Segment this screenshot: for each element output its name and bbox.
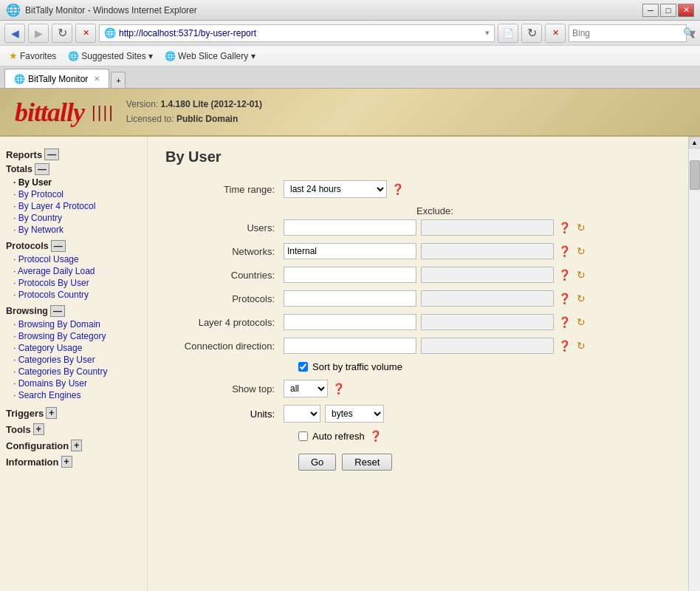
countries-refresh-icon[interactable]: ↻ bbox=[577, 269, 586, 281]
sidebar-item-categories-country[interactable]: · Categories By Country bbox=[6, 366, 141, 378]
sidebar-item-category-usage[interactable]: · Category Usage bbox=[6, 342, 141, 354]
active-tab[interactable]: 🌐 BitTally Monitor ✕ bbox=[4, 69, 109, 88]
config-header[interactable]: Configuration + bbox=[6, 440, 141, 451]
show-top-help-icon[interactable]: ❓ bbox=[332, 383, 345, 394]
ie-small-icon: 🌐 bbox=[104, 27, 116, 38]
sidebar-label-by-network: · By Network bbox=[13, 225, 64, 235]
connection-row: Connection direction: ❓ ↻ bbox=[165, 338, 670, 354]
triggers-header[interactable]: Triggers + bbox=[6, 407, 141, 419]
minimize-button[interactable]: ─ bbox=[642, 4, 659, 17]
reports-header[interactable]: Reports — bbox=[6, 148, 141, 160]
totals-label: Totals bbox=[6, 164, 32, 174]
maximize-button[interactable]: □ bbox=[660, 4, 676, 17]
sidebar-item-by-network[interactable]: · By Network bbox=[6, 224, 141, 236]
sidebar-item-browsing-category[interactable]: · Browsing By Category bbox=[6, 330, 141, 342]
new-tab-button[interactable]: + bbox=[111, 72, 126, 88]
sidebar-item-protocols-country[interactable]: · Protocols Country bbox=[6, 289, 141, 301]
tab-close-button[interactable]: ✕ bbox=[94, 75, 100, 83]
networks-exclude-input[interactable] bbox=[421, 243, 554, 259]
units-select[interactable]: bytes KB MB GB bbox=[325, 405, 384, 423]
back-button[interactable]: ◀ bbox=[4, 24, 25, 43]
sidebar-item-categories-user[interactable]: · Categories By User bbox=[6, 354, 141, 366]
sidebar-item-browsing-domain[interactable]: · Browsing By Domain bbox=[6, 318, 141, 330]
users-input[interactable] bbox=[284, 219, 416, 236]
protocols-header[interactable]: Protocols — bbox=[6, 240, 141, 252]
layer4-exclude-input[interactable] bbox=[421, 314, 554, 330]
protocols-input[interactable] bbox=[284, 290, 416, 307]
auto-refresh-help-icon[interactable]: ❓ bbox=[369, 430, 382, 442]
url-input[interactable] bbox=[119, 28, 485, 38]
sidebar-item-protocols-user[interactable]: · Protocols By User bbox=[6, 277, 141, 289]
show-top-select[interactable]: all 5 10 25 50 100 bbox=[284, 380, 328, 397]
sidebar-item-by-country[interactable]: · By Country bbox=[6, 212, 141, 224]
scroll-thumb[interactable] bbox=[690, 160, 700, 190]
layer4-input[interactable] bbox=[284, 314, 416, 330]
search-input[interactable] bbox=[572, 28, 683, 38]
favorites-button[interactable]: ★ Favorites bbox=[6, 49, 59, 62]
info-header[interactable]: Information + bbox=[6, 456, 141, 468]
users-exclude-input[interactable] bbox=[421, 219, 554, 236]
dropdown-arrow[interactable]: ▾ bbox=[485, 28, 490, 38]
layer4-label: Layer 4 protocols: bbox=[165, 317, 284, 328]
countries-help-icon[interactable]: ❓ bbox=[558, 269, 571, 281]
compat-view-button[interactable]: 📄 bbox=[498, 24, 518, 43]
protocols-exclude-input[interactable] bbox=[421, 290, 554, 307]
users-help-icon[interactable]: ❓ bbox=[558, 222, 571, 233]
scroll-up-button[interactable]: ▲ bbox=[689, 137, 701, 148]
sidebar-item-avg-daily[interactable]: · Average Daily Load bbox=[6, 265, 141, 277]
sidebar-item-search-engines[interactable]: · Search Engines bbox=[6, 389, 141, 401]
sidebar-item-protocol-usage[interactable]: · Protocol Usage bbox=[6, 253, 141, 265]
protocols-toggle-icon: — bbox=[51, 240, 66, 252]
protocols-inputs: ❓ ↻ bbox=[284, 290, 670, 307]
units-prefix-select[interactable] bbox=[284, 405, 320, 423]
networks-help-icon[interactable]: ❓ bbox=[558, 245, 571, 257]
networks-input[interactable] bbox=[284, 243, 416, 259]
refresh-button[interactable]: ↻ bbox=[52, 24, 72, 43]
connection-input[interactable] bbox=[284, 338, 416, 354]
protocols-help-icon[interactable]: ❓ bbox=[558, 293, 571, 304]
close-button[interactable]: ✕ bbox=[678, 4, 694, 17]
stop-button[interactable]: ✕ bbox=[75, 24, 96, 43]
users-refresh-icon[interactable]: ↻ bbox=[577, 222, 586, 233]
networks-refresh-icon[interactable]: ↻ bbox=[577, 245, 586, 257]
time-range-select[interactable]: last 24 hours last 7 days last 30 days c… bbox=[284, 180, 387, 198]
sidebar-item-domains-user[interactable]: · Domains By User bbox=[6, 378, 141, 389]
forward-button[interactable]: ▶ bbox=[28, 24, 49, 43]
sidebar-item-by-layer4[interactable]: · By Layer 4 Protocol bbox=[6, 200, 141, 212]
connection-exclude-input[interactable] bbox=[421, 338, 554, 354]
logo-text: bittally bbox=[15, 97, 84, 128]
countries-exclude-input[interactable] bbox=[421, 267, 554, 283]
connection-help-icon[interactable]: ❓ bbox=[558, 340, 571, 352]
suggested-sites-button[interactable]: 🌐 Suggested Sites ▾ bbox=[65, 50, 156, 62]
totals-toggle-icon: — bbox=[35, 163, 49, 175]
reset-button[interactable]: Reset bbox=[342, 454, 392, 471]
layer4-help-icon[interactable]: ❓ bbox=[558, 316, 571, 328]
reports-label: Reports bbox=[6, 149, 42, 160]
refresh2-button[interactable]: ↻ bbox=[521, 24, 542, 43]
layer4-refresh-icon[interactable]: ↻ bbox=[577, 316, 586, 328]
sidebar-label-browsing-domain: · Browsing By Domain bbox=[13, 319, 100, 329]
go-button[interactable]: Go bbox=[298, 454, 336, 471]
networks-row: Networks: ❓ ↻ bbox=[165, 243, 670, 259]
address-bar[interactable]: 🌐 ▾ bbox=[99, 24, 495, 42]
sidebar-item-by-protocol[interactable]: · By Protocol bbox=[6, 188, 141, 200]
layer4-inputs: ❓ ↻ bbox=[284, 314, 670, 330]
browsing-header[interactable]: Browsing — bbox=[6, 305, 141, 317]
auto-refresh-checkbox[interactable] bbox=[298, 431, 308, 441]
countries-input[interactable] bbox=[284, 267, 416, 283]
tools-header[interactable]: Tools + bbox=[6, 423, 141, 435]
layer4-row: Layer 4 protocols: ❓ ↻ bbox=[165, 314, 670, 330]
protocols-refresh-icon[interactable]: ↻ bbox=[577, 293, 586, 304]
connection-refresh-icon[interactable]: ↻ bbox=[577, 340, 586, 352]
search-bar[interactable]: 🔍 bbox=[569, 24, 687, 42]
window-controls: ─ □ ✕ bbox=[642, 4, 694, 17]
totals-header[interactable]: Totals — bbox=[6, 163, 141, 175]
time-range-help-icon[interactable]: ❓ bbox=[391, 183, 404, 195]
sidebar-item-by-user[interactable]: · By User bbox=[6, 177, 141, 188]
stop2-button[interactable]: ✕ bbox=[545, 24, 566, 43]
search-tools-icon[interactable]: ▾ bbox=[690, 26, 696, 40]
webslice-button[interactable]: 🌐 Web Slice Gallery ▾ bbox=[162, 50, 258, 62]
sort-checkbox[interactable] bbox=[298, 362, 308, 372]
logo-area: bittally |||| bbox=[15, 97, 114, 128]
browser-toolbar: ◀ ▶ ↻ ✕ 🌐 ▾ 📄 ↻ ✕ 🔍 ▾ bbox=[0, 21, 700, 46]
